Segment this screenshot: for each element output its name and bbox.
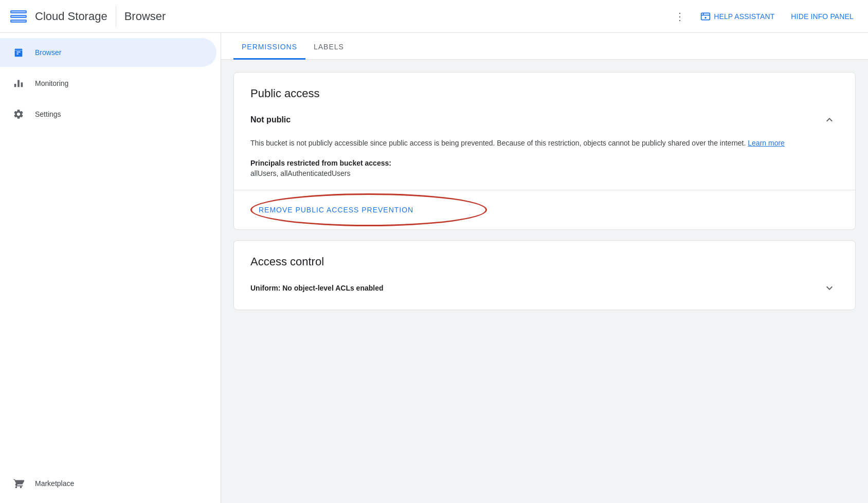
principals-label: Principals restricted from bucket access… [250,159,839,167]
collapse-button[interactable] [820,111,839,129]
more-icon: ⋮ [675,10,685,23]
main-content: PERMISSIONS LABELS Public access Not pub… [221,33,868,503]
hide-info-panel-label: HIDE INFO PANEL [791,12,854,21]
sidebar-item-marketplace[interactable]: Marketplace [0,469,216,498]
sidebar-item-browser[interactable]: Browser [0,38,216,67]
svg-rect-5 [11,21,26,22]
sidebar-settings-label: Settings [35,110,61,118]
monitoring-icon [12,78,25,89]
sidebar-browser-label: Browser [35,48,61,57]
marketplace-icon [12,478,25,489]
settings-icon [12,109,25,120]
svg-rect-6 [701,13,710,20]
access-control-title: Access control [250,255,839,268]
header-divider [116,6,116,27]
chevron-down-icon [823,282,836,294]
sidebar-item-monitoring[interactable]: Monitoring [0,69,216,98]
tab-labels[interactable]: LABELS [305,34,352,60]
header-actions: ⋮ HELP ASSISTANT HIDE INFO PANEL [670,6,860,27]
svg-point-9 [705,16,707,18]
description-text: This bucket is not publicly accessible s… [250,139,746,147]
sidebar-monitoring-label: Monitoring [35,79,68,87]
content-area: Public access Not public This bucket is … [221,60,868,503]
access-control-body: Access control Uniform: No object-level … [234,241,855,310]
public-access-card-body: Public access Not public This bucket is … [234,73,855,190]
tab-labels-label: LABELS [314,43,344,51]
access-control-card: Access control Uniform: No object-level … [233,240,856,310]
svg-rect-4 [11,16,26,17]
public-access-description: This bucket is not publicly accessible s… [250,137,839,149]
chevron-up-icon [823,114,836,126]
tab-permissions[interactable]: PERMISSIONS [233,34,305,60]
app-header: Cloud Storage Browser ⋮ HELP ASSISTANT H… [0,0,868,33]
help-icon [700,11,711,22]
svg-rect-3 [11,11,26,12]
card-actions: REMOVE PUBLIC ACCESS PREVENTION [234,190,855,229]
access-control-section-title: Uniform: No object-level ACLs enabled [250,284,384,292]
principals-value: allUsers, allAuthenticatedUsers [250,169,839,177]
cloud-storage-logo [8,6,29,27]
not-public-section-header: Not public [250,111,839,129]
sidebar-item-settings[interactable]: Settings [0,100,216,129]
tab-permissions-label: PERMISSIONS [242,43,297,51]
sidebar-marketplace-label: Marketplace [35,479,74,488]
hide-info-panel-button[interactable]: HIDE INFO PANEL [785,8,860,25]
main-layout: Browser Monitoring Settings [0,33,868,503]
more-options-button[interactable]: ⋮ [670,6,690,27]
sidebar: Browser Monitoring Settings [0,33,221,503]
help-assistant-button[interactable]: HELP ASSISTANT [694,7,781,26]
sidebar-spacer [0,130,221,468]
remove-public-access-button[interactable]: REMOVE PUBLIC ACCESS PREVENTION [250,200,422,220]
tab-bar: PERMISSIONS LABELS [221,33,868,60]
access-control-row: Uniform: No object-level ACLs enabled [250,279,839,297]
help-assistant-label: HELP ASSISTANT [714,12,774,21]
learn-more-link[interactable]: Learn more [748,139,785,147]
public-access-card: Public access Not public This bucket is … [233,72,856,230]
page-title: Browser [124,10,229,23]
not-public-label: Not public [250,115,291,124]
public-access-title: Public access [250,87,839,100]
header-left: Cloud Storage Browser [8,6,229,27]
access-control-expand-button[interactable] [820,279,839,297]
app-title: Cloud Storage [35,10,107,23]
bucket-icon [12,47,25,58]
